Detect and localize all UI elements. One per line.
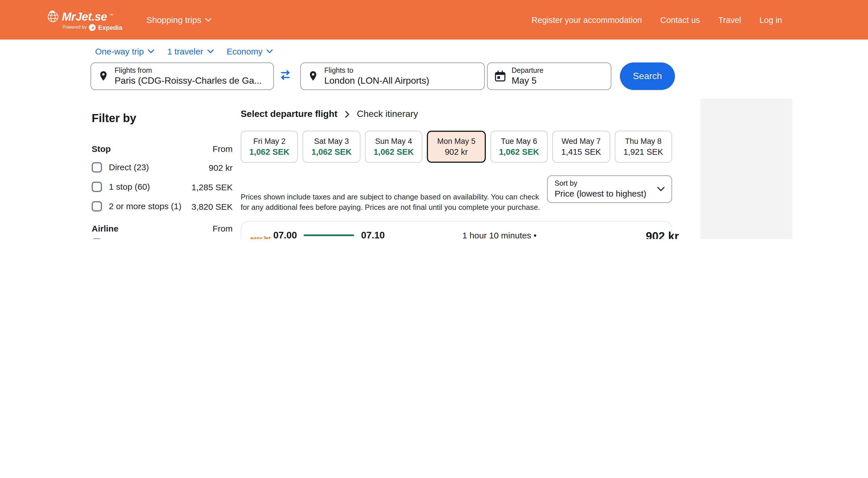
brand-logo[interactable]: MrJet.se ™ Powered by Expedia [46,9,122,31]
breadcrumb: Select departure flight Check itinerary [241,109,672,119]
from-column-label: From [213,144,232,154]
date-tab-price: 1,062 SEK [249,147,289,156]
stop-heading: Stop [92,144,111,154]
flight-duration-line [304,234,354,236]
flights-from-field[interactable]: Flights from Paris (CDG-Roissy-Charles d… [91,62,274,90]
date-tab-fri-may-2[interactable]: Fri May 2 1,062 SEK [241,131,298,163]
flight-price: 902 kr [577,230,679,239]
flight-card[interactable]: easyJet 07.00 07.10 Paris (CDG) - London… [241,221,672,239]
sort-value: Price (lowest to highest) [555,188,657,199]
date-tab-strip: Fri May 2 1,062 SEK Sat May 3 1,062 SEK … [241,131,672,163]
flight-duration: 1 hour 10 minutes • [462,230,577,239]
header-nav: Register your accommodation Contact us T… [532,15,782,24]
flights-to-label: Flights to [324,66,429,75]
date-tab-price: 1,062 SEK [311,147,351,156]
breadcrumb-chevron-icon [345,110,349,118]
flights-to-field[interactable]: Flights to London (LON-All Airports) [300,62,485,90]
app-header: MrJet.se ™ Powered by Expedia Shopping t… [0,0,868,39]
two-plus-stops-checkbox[interactable] [92,201,102,211]
date-tab-sat-may-3[interactable]: Sat May 3 1,062 SEK [303,131,361,163]
filter-option-label: Lufthansa (15) [109,238,192,239]
globe-hat-icon [46,9,60,23]
calendar-icon [494,70,506,82]
nav-shopping-trips[interactable]: Shopping trips [146,15,212,25]
page: MrJet.se ™ Powered by Expedia Shopping t… [0,0,868,239]
date-tab-wed-may-7[interactable]: Wed May 7 1,415 SEK [552,131,610,163]
ad-slot: Ad removed. Details [700,98,793,239]
filter-option-2-or-more-stops[interactable]: 2 or more stops (1) 3,820 SEK [92,201,232,212]
date-tab-day: Sat May 3 [314,137,349,146]
travelers-value: 1 traveler [167,47,203,56]
chevron-down-icon [657,187,664,191]
filter-title: Filter by [92,112,232,125]
chevron-down-icon [207,49,213,53]
sort-dropdown[interactable]: Sort by Price (lowest to highest) [547,175,672,203]
filter-option-lufthansa[interactable]: Lufthansa (15) 2,391 SEK [92,238,232,239]
expedia-logo [89,24,96,31]
nav-travel[interactable]: Travel [718,15,741,24]
breadcrumb-current-step: Select departure flight [241,109,337,119]
departure-label: Departure [512,66,544,75]
filter-option-price: 2,391 SEK [192,239,232,239]
breadcrumb-next-step: Check itinerary [357,109,418,119]
date-tab-price: 1,062 SEK [374,147,414,156]
one-stop-checkbox[interactable] [92,182,102,192]
date-tab-price: 1,415 SEK [561,147,601,156]
date-tab-day: Thu May 8 [625,137,662,146]
trip-type-dropdown[interactable]: One-way trip [95,47,154,56]
cabin-class-value: Economy [226,47,262,56]
brand-name: MrJet.se [62,10,107,23]
filter-section-stop: Stop From Direct (23) 902 kr 1 stop (60)… [92,144,232,212]
powered-by-label: Powered by [62,25,87,30]
filter-option-price: 902 kr [209,162,232,172]
flight-times: 07.00 07.10 [273,230,462,239]
search-button[interactable]: Search [620,62,675,90]
flights-from-value: Paris (CDG-Roissy-Charles de Ga... [115,75,262,86]
departure-date-field[interactable]: Departure May 5 [487,62,611,90]
travelers-dropdown[interactable]: 1 traveler [167,47,213,56]
date-tab-price: 1,062 SEK [499,147,539,156]
lufthansa-checkbox[interactable] [92,238,102,239]
location-pin-icon [308,70,318,83]
arrival-time: 07.10 [361,230,385,239]
date-tab-thu-may-8[interactable]: Thu May 8 1,921 SEK [615,131,672,163]
filter-panel: Filter by Stop From Direct (23) 902 kr 1… [92,112,232,239]
trip-type-value: One-way trip [95,47,144,56]
departure-value: May 5 [512,75,544,86]
filter-option-price: 3,820 SEK [192,202,232,211]
date-tab-day: Mon May 5 [437,137,475,146]
nav-contact-us[interactable]: Contact us [660,15,700,24]
from-column-label: From [213,223,232,233]
filter-section-airline: Airline From Lufthansa (15) 2,391 SEK Sw… [92,223,232,239]
date-tab-price: 902 kr [445,147,468,156]
chevron-down-icon [148,49,154,53]
chevron-down-icon [267,49,273,53]
date-tab-price: 1,921 SEK [623,147,663,156]
filter-option-label: 2 or more stops (1) [109,201,192,212]
filter-option-price: 1,285 SEK [192,182,232,192]
location-pin-icon [98,70,109,83]
shopping-trips-label: Shopping trips [146,15,202,25]
filter-option-1-stop[interactable]: 1 stop (60) 1,285 SEK [92,181,232,192]
trip-options: One-way trip 1 traveler Economy [95,47,273,56]
departure-time: 07.00 [273,230,297,239]
filter-option-label: 1 stop (60) [109,181,192,192]
date-tab-sun-may-4[interactable]: Sun May 4 1,062 SEK [365,131,423,163]
nav-log-in[interactable]: Log in [760,15,782,24]
direct-checkbox[interactable] [92,162,102,173]
nav-register-accommodation[interactable]: Register your accommodation [532,15,642,24]
date-tab-day: Fri May 2 [253,137,286,146]
filter-option-label: Direct (23) [109,161,209,173]
date-tab-day: Sun May 4 [375,137,412,146]
flights-to-value: London (LON-All Airports) [324,75,429,86]
swap-airports-button[interactable] [279,70,291,80]
date-tab-tue-may-6[interactable]: Tue May 6 1,062 SEK [490,131,548,163]
date-tab-mon-may-5-selected[interactable]: Mon May 5 902 kr [427,131,486,163]
filter-option-direct[interactable]: Direct (23) 902 kr [92,161,232,173]
date-tab-day: Wed May 7 [562,137,601,146]
sort-label: Sort by [555,179,657,188]
cabin-class-dropdown[interactable]: Economy [226,47,273,56]
pricing-disclaimer: Prices shown include taxes and are subje… [241,192,547,212]
flights-from-label: Flights from [115,66,262,75]
chevron-down-icon [206,18,212,22]
